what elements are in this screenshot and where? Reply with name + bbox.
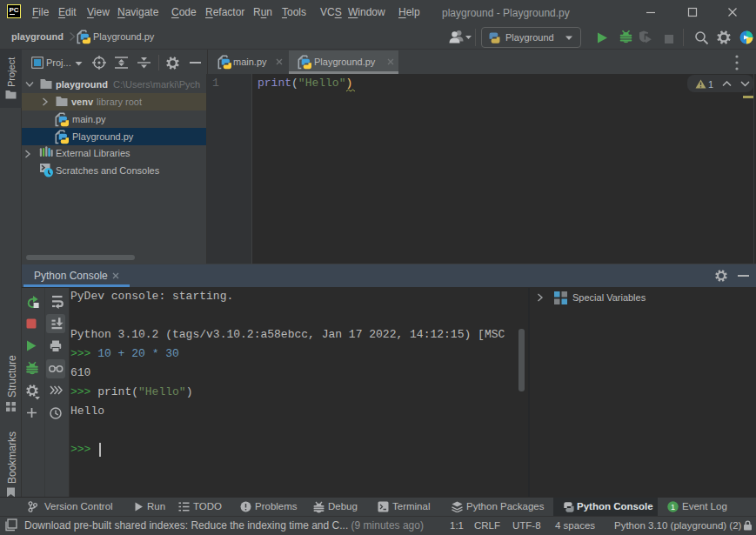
svg-text:1: 1 <box>671 503 675 512</box>
